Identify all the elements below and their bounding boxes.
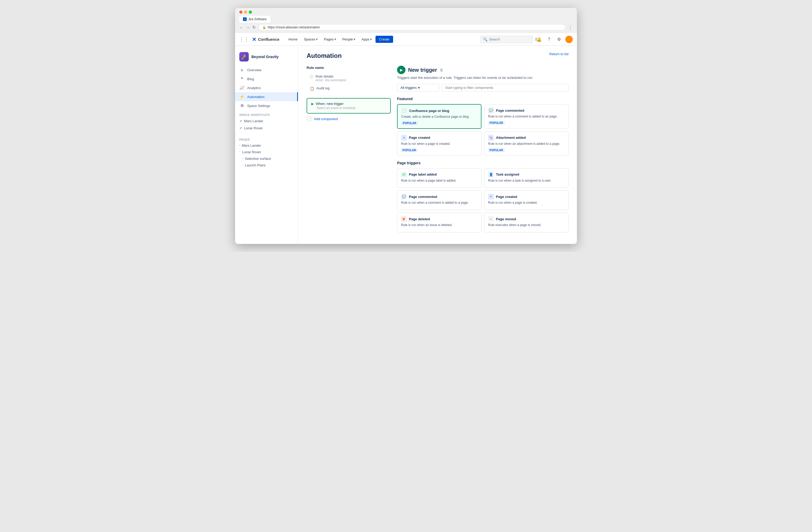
sidebar-item-overview[interactable]: ≡ Overview: [235, 66, 298, 74]
lock-icon: 🔒: [262, 26, 266, 29]
user-avatar[interactable]: [565, 36, 573, 43]
audit-log-item[interactable]: 📋 Audit log: [307, 84, 391, 93]
maximize-button[interactable]: [249, 11, 252, 14]
page-bullet-2: •: [243, 157, 244, 160]
rule-details-text: Rule details Actor: Jira automation: [316, 74, 346, 82]
shortcut-mars-lander[interactable]: ↗ Mars Lander: [235, 118, 298, 124]
browser-tab[interactable]: J Jira Software: [239, 16, 270, 23]
tab-bar: J Jira Software: [239, 16, 573, 23]
back-button[interactable]: ←: [239, 25, 243, 30]
filter-components-input[interactable]: [442, 84, 568, 91]
page-selective-surface[interactable]: • Selective surface: [235, 156, 298, 162]
return-to-list-link[interactable]: Return to list: [549, 52, 568, 56]
card-title-pt1: Page label added: [409, 173, 437, 176]
content-area: Automation Return to list Rule name ⓘ Ru…: [298, 46, 577, 244]
trigger-card-page-commented[interactable]: 💬 Page commented Rule is run when a comm…: [484, 104, 568, 129]
trigger-card-page-commented-2[interactable]: 💬 Page commented Rule is run when a comm…: [397, 190, 481, 210]
page-chevron-2[interactable]: ›: [243, 164, 243, 167]
more-options-button[interactable]: ⋮: [568, 25, 573, 30]
card-icon-pt1: 🏷: [401, 172, 407, 177]
nav-apps[interactable]: Apps ▾: [359, 36, 375, 42]
trigger-card-page-label-added[interactable]: 🏷 Page label added Rule is run when a pa…: [397, 168, 481, 188]
card-desc-2: Rule is run when a comment is added to a…: [488, 114, 565, 119]
card-icon: 📄: [401, 108, 407, 114]
confluence-logo[interactable]: ✕ Confluence: [252, 36, 279, 43]
card-icon-pt3: 💬: [401, 194, 407, 200]
nav-pages[interactable]: Pages ▾: [321, 36, 339, 42]
page-title: Automation: [307, 52, 342, 59]
browser-window: J Jira Software ← → ↻ 🔒 https://cloud.at…: [235, 8, 577, 244]
trigger-box-header: ▶ When: new trigger: [311, 102, 386, 106]
card-icon-2: 💬: [488, 107, 494, 113]
card-title-pt2: Task assigned: [496, 173, 519, 176]
overview-icon: ≡: [239, 68, 245, 72]
trigger-card-confluence-page[interactable]: 📄 Confluence page or blog Create, edit o…: [397, 104, 481, 129]
close-button[interactable]: [239, 11, 243, 14]
trigger-card-attachment-added[interactable]: 📎 Attachment added Rule is run when an a…: [484, 131, 568, 156]
shortcut-lunar-rover[interactable]: ↗ Lunar Rover: [235, 124, 298, 132]
blog-icon: ❝: [239, 76, 245, 81]
trigger-box[interactable]: ▶ When: new trigger Select an event or s…: [307, 98, 391, 114]
sidebar-item-automation[interactable]: ⚡ Automation: [235, 92, 298, 101]
settings-icon[interactable]: ⚙: [555, 36, 563, 43]
card-header-pt3: 💬 Page commented: [401, 194, 478, 200]
sidebar-item-space-settings[interactable]: ⚙ Space Settings: [235, 101, 298, 110]
grid-icon[interactable]: ⋮⋮: [239, 36, 249, 42]
page-label-4: Launch Plans: [245, 163, 265, 167]
card-desc-4: Rule is run when an attachment is added …: [488, 142, 565, 146]
content-header: Automation Return to list: [307, 52, 568, 59]
help-icon[interactable]: ?: [545, 36, 553, 43]
page-mars-lander[interactable]: • Mars Lander: [235, 142, 298, 149]
automation-label: Automation: [247, 95, 264, 99]
page-chevron[interactable]: ˅: [239, 151, 241, 153]
sidebar-item-blog[interactable]: ❝ Blog: [235, 74, 298, 83]
address-input[interactable]: 🔒 https://cloud.atlassian.net/automation: [259, 24, 565, 30]
add-dot-icon: +: [307, 116, 312, 121]
forward-button[interactable]: →: [246, 25, 250, 30]
rule-details-item[interactable]: ⓘ Rule details Actor: Jira automation: [307, 72, 391, 84]
page-label-3: Selective surface: [245, 157, 271, 161]
rule-section: Rule name ⓘ Rule details Actor: Jira aut…: [307, 66, 391, 93]
trigger-card-page-created[interactable]: + Page created Rule is run when a page i…: [397, 131, 481, 156]
trigger-description: Triggers start the execution of a rule. …: [397, 76, 568, 80]
card-icon-pt6: ↔: [488, 216, 494, 222]
pages-title: PAGES: [235, 135, 298, 142]
space-header: 🚀 Beyond Gravity: [235, 50, 298, 66]
card-header-pt5: 🗑 Page deleted: [401, 216, 478, 222]
popular-badge-3: POPULAR: [401, 148, 418, 152]
card-header-pt2: 👤 Task assigned: [488, 172, 565, 177]
refresh-button[interactable]: ↻: [252, 25, 256, 30]
page-launch-plans[interactable]: › Launch Plans: [235, 162, 298, 168]
blog-label: Blog: [247, 77, 254, 81]
sidebar-item-analytics[interactable]: 📈 Analytics: [235, 83, 298, 92]
search-icon: 🔍: [483, 37, 488, 42]
nav-home[interactable]: Home: [286, 36, 300, 42]
card-icon-4: 📎: [488, 135, 494, 141]
search-box[interactable]: 🔍 /: [480, 36, 533, 43]
all-triggers-dropdown[interactable]: All triggers ▾: [397, 84, 439, 91]
page-triggers-heading: Page triggers: [397, 161, 568, 165]
trigger-delete-icon[interactable]: 🗑: [440, 68, 443, 72]
trigger-card-page-deleted[interactable]: 🗑 Page deleted Rule is run when an issue…: [397, 213, 481, 232]
search-input[interactable]: [489, 37, 533, 41]
sidebar: 🚀 Beyond Gravity ≡ Overview ❝ Blog 📈 Ana…: [235, 46, 298, 244]
card-title-pt4: Page created: [496, 195, 517, 199]
card-desc: Create, edit or delete a Confluence page…: [401, 115, 477, 119]
audit-log-label: Audit log: [316, 86, 330, 90]
trigger-card-page-moved[interactable]: ↔ Page moved Rule executes when a page i…: [484, 213, 568, 232]
add-component-link[interactable]: + Add component: [307, 114, 391, 124]
new-trigger-play-icon: ▶: [397, 66, 405, 74]
space-settings-icon: ⚙: [239, 103, 245, 108]
nav-spaces[interactable]: Spaces ▾: [301, 36, 320, 42]
page-lunar-rover[interactable]: ˅ Lunar Rover: [235, 149, 298, 156]
trigger-card-task-assigned[interactable]: 👤 Task assigned Rule is run when a task …: [484, 168, 568, 188]
nav-people[interactable]: People ▾: [340, 36, 358, 42]
card-icon-pt4: +: [488, 194, 494, 200]
trigger-card-page-created-2[interactable]: + Page created Rule is run when a page i…: [484, 190, 568, 210]
featured-cards-grid: 📄 Confluence page or blog Create, edit o…: [397, 104, 568, 156]
notifications-icon[interactable]: 🔔: [535, 36, 543, 43]
minimize-button[interactable]: [244, 11, 247, 14]
create-button[interactable]: Create: [376, 36, 393, 43]
shortcuts-title: SPACE SHORTCUTS: [235, 110, 298, 118]
featured-section: Featured 📄 Confluence page or blog Creat…: [397, 97, 568, 156]
